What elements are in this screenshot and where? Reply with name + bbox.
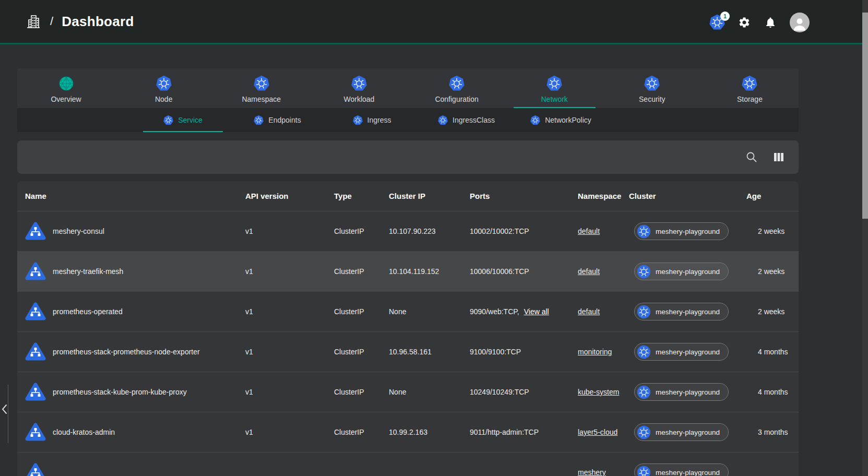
cluster-chip[interactable]: meshery-playground [634,423,729,441]
table-row[interactable]: cloud-kratos-admin v1 ClusterIP 10.99.2.… [17,412,799,453]
tab-configuration[interactable]: Configuration [408,68,506,108]
namespace-link[interactable]: default [578,227,600,235]
cluster-chip[interactable]: meshery-playground [634,222,729,240]
kubernetes-icon [546,76,562,91]
kubernetes-icon [637,466,651,476]
settings-button[interactable] [738,16,751,29]
subtab-label: NetworkPolicy [545,116,591,124]
namespace-link[interactable]: default [578,307,600,316]
column-header-type[interactable]: Type [334,192,389,200]
tab-label: Configuration [435,95,478,103]
breadcrumb: / Dashboard [25,13,134,30]
cluster-chip[interactable]: meshery-playground [634,383,729,401]
namespace-cell: monitoring [572,348,629,356]
kubernetes-icon [644,76,660,91]
table-row[interactable]: prometheus-stack-prometheus-node-exporte… [17,332,799,372]
api-version: v1 [245,428,334,436]
page-scrollbar [862,0,868,476]
view-all-link[interactable]: View all [524,307,549,316]
subtab-networkpolicy[interactable]: NetworkPolicy [514,108,608,132]
subtab-service[interactable]: Service [136,108,230,132]
kubernetes-icon [449,76,465,91]
namespace-link[interactable]: layer5-cloud [578,428,617,436]
subtab-label: Endpoints [268,116,301,124]
cluster-ip: None [389,388,470,396]
scrollbar-thumb[interactable] [862,13,868,219]
table-row[interactable]: prometheus-operated v1 ClusterIP None 90… [17,292,799,332]
cluster-name: meshery-playground [656,268,720,276]
column-header-age[interactable]: Age [746,192,791,200]
service-name-cell: prometheus-stack-kube-prom-kube-proxy [25,382,245,402]
service-icon [25,422,46,443]
tab-label: Security [639,95,665,103]
table-row[interactable]: prometheus-stack-kube-prom-kube-proxy v1… [17,372,799,412]
kubernetes-icon [438,115,448,125]
column-header-api-version[interactable]: API version [245,192,334,200]
namespace-link[interactable]: default [578,267,600,276]
column-header-cluster[interactable]: Cluster [629,192,746,200]
service-type: ClusterIP [334,348,389,356]
ports-value: 9011/http-admin:TCP [470,428,539,436]
cluster-chip[interactable]: meshery-playground [634,463,729,476]
cluster-chip[interactable]: meshery-playground [634,263,729,280]
column-header-ports[interactable]: Ports [470,192,572,200]
table-row[interactable]: meshery-traefik-mesh v1 ClusterIP 10.104… [17,252,799,292]
subtab-label: Service [178,116,203,124]
view-column-icon[interactable] [772,151,785,163]
table-toolbar [17,140,799,174]
age-value: 2 weeks [746,307,791,316]
service-name: prometheus-operated [53,307,123,316]
cluster-name: meshery-playground [656,348,720,356]
kubernetes-icon [637,265,651,279]
services-table: Name API version Type Cluster IP Ports N… [17,181,799,476]
cluster-name: meshery-playground [656,388,720,396]
cluster-cell: meshery-playground [629,383,746,401]
subtab-ingressclass[interactable]: IngressClass [419,108,514,132]
cluster-ip: 10.107.90.223 [389,227,470,235]
service-name: prometheus-stack-prometheus-node-exporte… [53,348,200,356]
kubernetes-context-button[interactable]: 1 [709,15,725,30]
table-row[interactable]: meshery meshery-playground [17,453,799,476]
network-subtabs: Service Endpoints Ingress IngressClass N… [17,108,799,132]
tab-workload[interactable]: Workload [310,68,408,108]
service-type: ClusterIP [334,227,389,235]
cluster-cell: meshery-playground [629,343,746,361]
subtab-endpoints[interactable]: Endpoints [230,108,325,132]
user-avatar[interactable] [790,13,810,32]
search-icon[interactable] [745,151,758,163]
column-header-name[interactable]: Name [25,192,245,200]
meshery-icon [58,76,74,91]
tab-storage[interactable]: Storage [701,68,799,108]
tab-overview[interactable]: Overview [17,68,115,108]
subtab-ingress[interactable]: Ingress [325,108,419,132]
tab-namespace[interactable]: Namespace [212,68,310,108]
namespace-link[interactable]: monitoring [578,348,612,356]
subtab-label: IngressClass [453,116,495,124]
service-icon [25,462,46,476]
chevron-left-icon[interactable] [1,404,8,414]
drawer-edge-divider [8,385,8,443]
cluster-name: meshery-playground [656,228,720,235]
tab-security[interactable]: Security [603,68,701,108]
service-type: ClusterIP [334,267,389,276]
service-icon [25,221,46,242]
namespace-link[interactable]: meshery [578,468,606,476]
kubernetes-icon [637,425,651,439]
tab-node[interactable]: Node [115,68,212,108]
breadcrumb-separator: / [50,15,53,28]
ports-value: 10006/10006:TCP [470,267,529,276]
tab-network[interactable]: Network [506,68,603,108]
table-row[interactable]: meshery-consul v1 ClusterIP 10.107.90.22… [17,211,799,252]
service-name-cell: meshery-consul [25,221,245,242]
cluster-chip[interactable]: meshery-playground [634,343,729,361]
notifications-button[interactable] [764,16,777,29]
api-version: v1 [245,307,334,316]
cluster-chip[interactable]: meshery-playground [634,303,729,320]
column-header-cluster-ip[interactable]: Cluster IP [389,192,470,200]
column-header-namespace[interactable]: Namespace [572,192,629,200]
ports-value: 10249/10249:TCP [470,388,529,396]
service-type: ClusterIP [334,388,389,396]
namespace-link[interactable]: kube-system [578,388,619,396]
organization-icon[interactable] [25,13,42,30]
cluster-name: meshery-playground [656,308,720,316]
